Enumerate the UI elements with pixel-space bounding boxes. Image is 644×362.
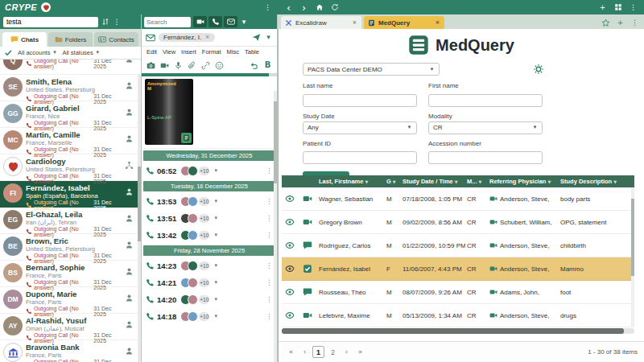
menu-item-insert[interactable]: Insert <box>181 48 196 56</box>
chevron-down-icon[interactable]: ▾ <box>213 232 219 239</box>
checksq-icon[interactable] <box>303 264 312 274</box>
recipient-chip[interactable]: Fernández, I. × <box>159 33 215 42</box>
view-icon[interactable] <box>285 241 295 250</box>
paperclip-button[interactable] <box>188 61 196 70</box>
plus-button[interactable]: + <box>597 2 609 14</box>
phone-call-button[interactable] <box>208 16 222 27</box>
menu-item-format[interactable]: Format <box>202 48 221 56</box>
scrollbar-thumb[interactable] <box>631 199 634 276</box>
call-menu-icon[interactable]: ⋮ <box>266 262 273 269</box>
browser-tab-medquery[interactable]: MedQuery × <box>364 16 444 29</box>
column-header[interactable]: Referring Physician <box>488 178 559 185</box>
video-button[interactable] <box>160 61 169 70</box>
send-icon[interactable] <box>252 33 261 42</box>
field-select[interactable]: Any ▾ <box>303 121 417 134</box>
call-item[interactable]: 14:20 +10 ▾ ⋮ <box>142 291 277 308</box>
chevron-down-icon[interactable]: ▾ <box>213 314 219 320</box>
chat-icon[interactable] <box>303 287 312 297</box>
chat-search-input[interactable] <box>144 17 191 27</box>
settings-gear-icon[interactable] <box>533 64 544 75</box>
column-header[interactable]: G <box>385 178 401 185</box>
bold-button[interactable]: B <box>263 61 272 70</box>
new-tab-icon[interactable]: + <box>616 19 625 27</box>
tab-menu-icon[interactable]: ⋮ <box>630 19 639 27</box>
call-item[interactable]: 13:53 +10 ▾ ⋮ <box>142 193 277 210</box>
sidebar-tab-chats[interactable]: Chats <box>2 32 47 47</box>
horizontal-scrollbar[interactable] <box>282 328 634 334</box>
first-page-button[interactable]: « <box>285 346 297 358</box>
close-tab-icon[interactable]: × <box>435 20 440 26</box>
table-row[interactable]: Wagner, Sebastian M 07/18/2008, 1:05 PM … <box>282 187 634 211</box>
last-page-button[interactable]: » <box>354 346 366 358</box>
next-page-button[interactable]: › <box>341 346 353 358</box>
menu-item-table[interactable]: Table <box>245 48 259 56</box>
view-icon[interactable] <box>285 194 295 204</box>
contact-list-item[interactable]: Bravonia Bank France, Paris Outgoing Cal… <box>0 340 141 362</box>
call-menu-icon[interactable]: ⋮ <box>266 167 273 175</box>
sidebar-tab-contacts[interactable]: Contacts <box>94 32 138 47</box>
contact-list-item[interactable]: Cardiology United States, Petersburg Out… <box>0 154 141 181</box>
call-item[interactable]: 14:18 +10 ▾ ⋮ <box>142 308 277 325</box>
dots-button[interactable]: ⋮ <box>627 2 639 14</box>
call-item[interactable]: 13:51 +10 ▾ ⋮ <box>142 210 277 227</box>
camera-button[interactable] <box>147 61 155 70</box>
field-select[interactable]: CR ▾ <box>428 121 543 134</box>
chat-icon[interactable] <box>303 241 312 250</box>
back-button[interactable]: ‹ <box>283 2 295 14</box>
field-input[interactable] <box>303 94 417 107</box>
field-input[interactable] <box>428 94 543 107</box>
smiley-button[interactable] <box>215 61 224 70</box>
accounts-filter[interactable]: All accounts ▾ <box>18 49 57 56</box>
video-icon[interactable] <box>303 217 312 227</box>
chat-overflow-menu[interactable]: ⋮ <box>262 2 274 14</box>
table-row[interactable]: Lefebvre, Maxime M 05/13/2009, 1:34 AM C… <box>282 304 634 327</box>
table-row[interactable]: Rodríguez, Carlos M 01/22/2009, 10:59 PM… <box>282 234 634 257</box>
refresh-button[interactable] <box>328 2 341 14</box>
call-item[interactable]: 13:42 +10 ▾ ⋮ <box>142 227 277 244</box>
call-menu-icon[interactable]: ⋮ <box>266 232 273 239</box>
view-icon[interactable] <box>285 264 295 274</box>
video-icon[interactable] <box>303 311 312 320</box>
table-row[interactable]: Gregory Brown M 09/02/2009, 8:56 AM CR S… <box>282 211 634 234</box>
chevron-down-icon[interactable]: ▾ <box>213 263 219 269</box>
contacts-menu-icon[interactable]: ⋮ <box>113 18 121 26</box>
chevron-down-icon[interactable]: ▾ <box>213 216 219 222</box>
menu-item-edit[interactable]: Edit <box>147 48 157 56</box>
call-menu-icon[interactable]: ⋮ <box>266 313 273 320</box>
video-call-button[interactable] <box>193 16 207 27</box>
mic-button[interactable] <box>174 61 183 70</box>
table-row[interactable]: Rousseau, Théo M 08/07/2009, 9:26 AM CR … <box>282 281 634 304</box>
call-menu-icon[interactable]: ⋮ <box>266 279 273 286</box>
field-input[interactable] <box>303 151 417 164</box>
menu-item-view[interactable]: View <box>163 48 175 56</box>
call-menu-icon[interactable]: ⋮ <box>266 296 273 303</box>
link-button[interactable] <box>201 61 210 70</box>
browser-tab-excalidraw[interactable]: Excalidraw × <box>281 16 361 29</box>
contact-list-item[interactable]: BE Brown, Eric United States, Petersburg… <box>0 234 141 261</box>
select-mode-icon[interactable] <box>4 48 13 57</box>
call-item[interactable]: 14:21 +10 ▾ ⋮ <box>142 274 277 291</box>
contact-list-item[interactable]: EG El-Ghazal, Leila Iran (ایران), Tehran… <box>0 208 141 234</box>
sort-icon[interactable] <box>101 18 109 26</box>
undo-button[interactable] <box>250 61 258 70</box>
call-item[interactable]: 14:23 +10 ▾ ⋮ <box>142 257 277 274</box>
table-scrollbar[interactable] <box>631 187 634 327</box>
contact-list-item[interactable]: MC Martin, Camille France, Marseille Out… <box>0 128 141 154</box>
contact-list-item[interactable]: FI Fernández, Isabel Spain (España), Bar… <box>0 181 141 208</box>
chevron-down-icon[interactable]: ▾ <box>213 199 219 205</box>
envelope-call-button[interactable] <box>224 16 237 27</box>
table-row[interactable]: Fernández, Isabel F 11/06/2007, 4:43 PM … <box>282 257 634 281</box>
contact-list-item[interactable]: GG Girard, Gabriel France, Nice Outgoing… <box>0 101 141 128</box>
remove-recipient-icon[interactable]: × <box>204 35 210 40</box>
chevron-down-icon[interactable]: ▾ <box>213 168 219 175</box>
contacts-search-input[interactable] <box>3 17 98 27</box>
statuses-filter[interactable]: All statuses ▾ <box>62 49 100 56</box>
chevron-down-icon[interactable]: ▾ <box>264 33 273 42</box>
sidebar-tab-folders[interactable]: Folders <box>48 32 93 47</box>
compose-area[interactable]: Anonymized M L-Spine AP <box>142 76 277 149</box>
chevron-down-icon[interactable]: ▾ <box>213 297 219 303</box>
contact-list-item[interactable]: AY Al-Rashid, Yusuf Oman (عمان), Muscat … <box>0 314 141 340</box>
call-menu-icon[interactable]: ⋮ <box>266 215 273 222</box>
chevron-down-icon[interactable]: ▾ <box>213 280 219 286</box>
field-input[interactable] <box>428 151 543 164</box>
